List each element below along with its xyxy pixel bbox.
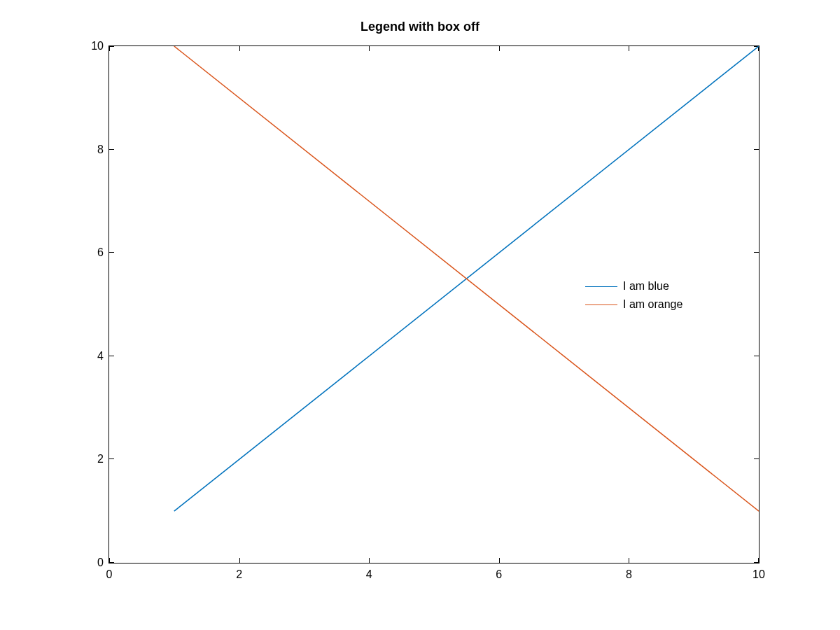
y-tick-label: 2 xyxy=(76,453,104,465)
x-tick-label: 4 xyxy=(366,568,372,581)
y-tick-label: 4 xyxy=(76,350,104,363)
legend: I am blue I am orange xyxy=(585,277,682,314)
chart-axes: 0 2 4 6 8 10 0 2 4 6 8 10 I am blue I am xyxy=(108,46,760,564)
y-tick-label: 0 xyxy=(76,556,104,569)
legend-entry: I am orange xyxy=(585,295,682,314)
x-tick-label: 10 xyxy=(752,568,765,581)
legend-entry: I am blue xyxy=(585,277,682,295)
legend-swatch-blue xyxy=(585,286,617,287)
legend-label: I am orange xyxy=(623,298,682,311)
x-tick-label: 2 xyxy=(236,568,242,581)
y-tick-label: 6 xyxy=(76,246,104,259)
x-tick-label: 0 xyxy=(106,568,113,581)
x-tick-label: 8 xyxy=(626,568,632,581)
legend-label: I am blue xyxy=(623,280,669,293)
figure: Legend with box off 0 2 4 6 xyxy=(0,0,840,630)
x-tick-label: 6 xyxy=(496,568,502,581)
y-tick-label: 10 xyxy=(76,40,104,52)
y-tick-label: 8 xyxy=(76,144,104,156)
chart-title: Legend with box off xyxy=(0,20,840,34)
legend-swatch-orange xyxy=(585,304,617,305)
